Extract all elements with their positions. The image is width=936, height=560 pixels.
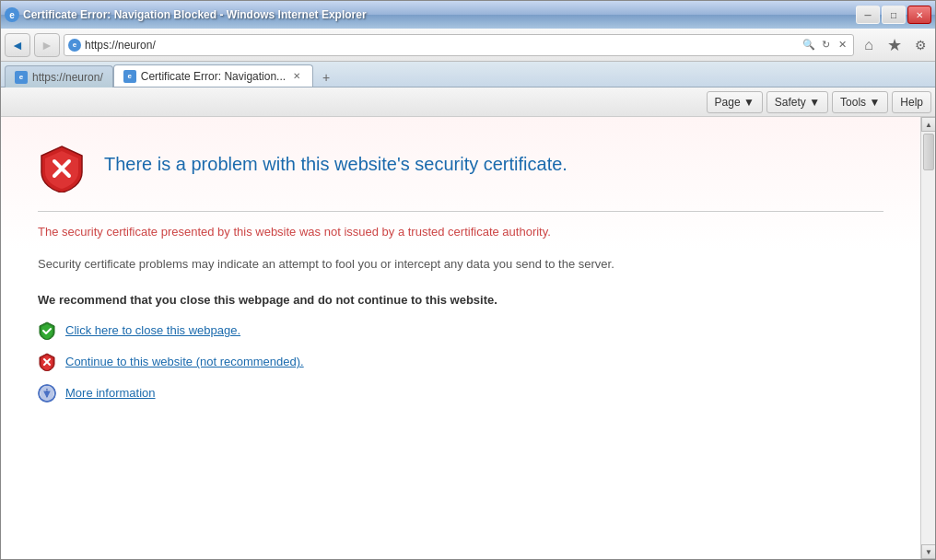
tabs-bar: e https://neuron/ e Certificate Error: N… [1, 62, 935, 88]
svg-text:▼: ▼ [41, 387, 53, 401]
close-webpage-link[interactable]: Click here to close this webpage. [65, 323, 240, 337]
scroll-thumb[interactable] [923, 134, 934, 170]
info-icon: i ▼ [38, 384, 56, 402]
tab-label-1: Certificate Error: Navigation... [141, 70, 286, 83]
tab-favicon-0: e [15, 71, 28, 84]
scrollbar[interactable]: ▲ ▼ [920, 117, 935, 559]
safety-menu-button[interactable]: Safety ▼ [766, 91, 828, 113]
error-header: There is a problem with this website's s… [38, 145, 883, 192]
scroll-down-button[interactable]: ▼ [921, 544, 935, 559]
action-close-item: Click here to close this webpage. [38, 321, 883, 340]
forward-button[interactable]: ► [34, 33, 60, 57]
red-shield-small-icon [38, 353, 56, 371]
menu-toolbar: Page ▼ Safety ▼ Tools ▼ Help [1, 88, 935, 117]
search-icon[interactable]: 🔍 [801, 38, 816, 52]
error-page: There is a problem with this website's s… [1, 117, 920, 559]
window-title: Certificate Error: Navigation Blocked - … [23, 8, 367, 21]
refresh-icon[interactable]: ↻ [818, 38, 833, 52]
error-title: There is a problem with this website's s… [104, 145, 567, 176]
tab-0[interactable]: e https://neuron/ [5, 65, 113, 88]
recommend-text: We recommend that you close this webpage… [38, 293, 883, 307]
close-window-button[interactable]: ✕ [907, 6, 931, 24]
back-button[interactable]: ◄ [5, 33, 30, 57]
new-tab-button[interactable]: + [317, 68, 335, 87]
more-info-item: i ▼ More information [38, 384, 883, 402]
title-bar-left: e Certificate Error: Navigation Blocked … [5, 7, 367, 22]
window-controls: ─ □ ✕ [856, 6, 931, 24]
divider-1 [38, 211, 883, 212]
page-menu-button[interactable]: Page ▼ [707, 91, 763, 113]
title-bar: e Certificate Error: Navigation Blocked … [1, 1, 935, 29]
navigation-bar: ◄ ► e https://neuron/ 🔍 ↻ ✕ ⌂ ★ ⚙ [1, 29, 935, 62]
stop-icon[interactable]: ✕ [835, 38, 849, 52]
nav-icons-right: ⌂ ★ ⚙ [858, 34, 931, 56]
tab-favicon-1: e [123, 70, 136, 83]
tools-menu-button[interactable]: Tools ▼ [832, 91, 888, 113]
browser-icon: e [5, 7, 19, 22]
address-text: https://neuron/ [85, 39, 798, 52]
maximize-button[interactable]: □ [882, 6, 906, 24]
address-bar[interactable]: e https://neuron/ 🔍 ↻ ✕ [64, 34, 854, 56]
error-body-line1: The security certificate presented by th… [38, 223, 883, 242]
minimize-button[interactable]: ─ [856, 6, 880, 24]
help-menu-button[interactable]: Help [892, 91, 931, 113]
main-content: There is a problem with this website's s… [1, 117, 935, 559]
tools-button[interactable]: ⚙ [909, 34, 931, 56]
home-button[interactable]: ⌂ [858, 34, 880, 56]
action-continue-item: Continue to this website (not recommende… [38, 353, 883, 371]
browser-window: e Certificate Error: Navigation Blocked … [0, 0, 936, 560]
shield-icon [38, 145, 86, 192]
continue-link[interactable]: Continue to this website (not recommende… [65, 355, 304, 368]
green-shield-icon [38, 321, 56, 340]
tab-1[interactable]: e Certificate Error: Navigation... ✕ [113, 64, 313, 87]
address-favicon: e [68, 39, 81, 52]
more-info-link[interactable]: More information [65, 386, 156, 400]
address-actions: 🔍 ↻ ✕ [801, 38, 849, 52]
tab-close-1[interactable]: ✕ [290, 70, 303, 83]
tab-label-0: https://neuron/ [32, 71, 103, 84]
favorites-button[interactable]: ★ [883, 34, 906, 56]
error-warning: Security certificate problems may indica… [38, 255, 883, 274]
scroll-up-button[interactable]: ▲ [921, 117, 935, 132]
